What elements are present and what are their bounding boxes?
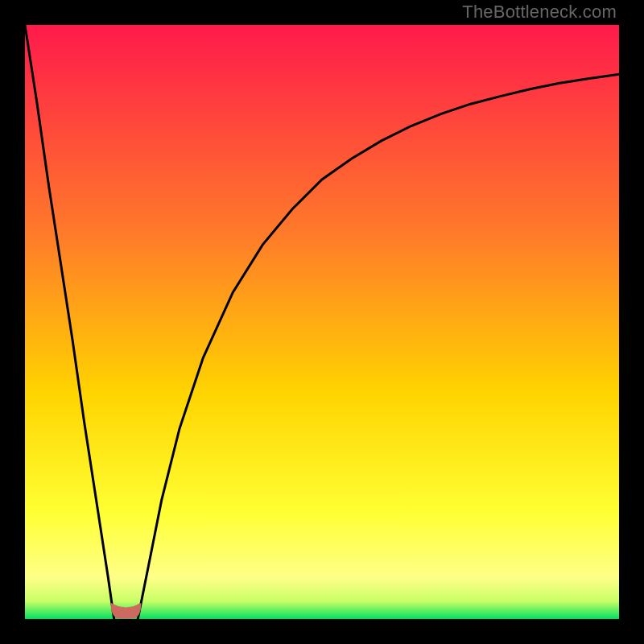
watermark-text: TheBottleneck.com [462,2,617,23]
gradient-background [25,25,619,619]
plot-area [25,25,619,619]
chart-svg [25,25,619,619]
chart-frame: TheBottleneck.com [0,0,644,644]
